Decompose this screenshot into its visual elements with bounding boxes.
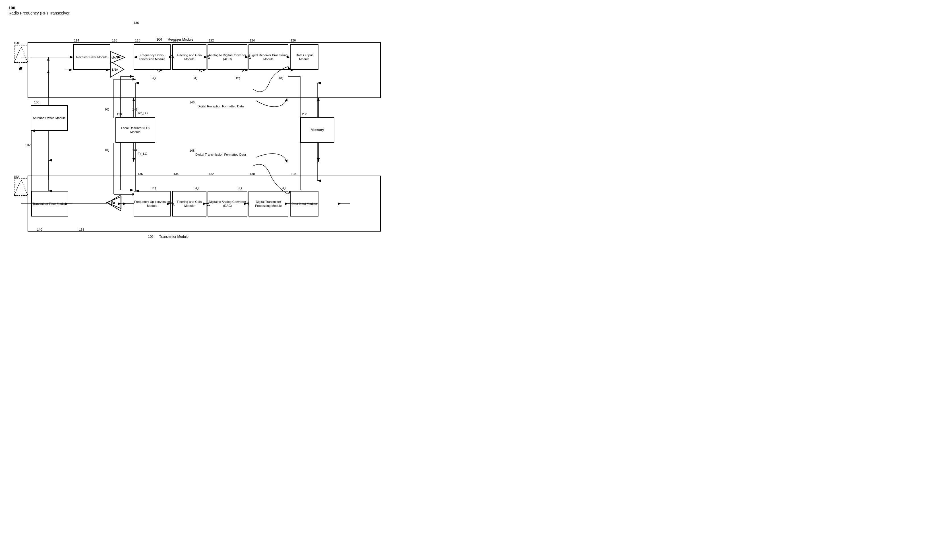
iq-label-7: I/Q bbox=[194, 186, 199, 190]
rx-lo-ref: 142 bbox=[132, 108, 137, 111]
digital-transmission-label: Digital Transmission Formatted Data bbox=[195, 153, 246, 156]
iq-lo-tx: I/Q bbox=[105, 148, 109, 152]
dac-ref: 132 bbox=[209, 172, 214, 175]
filtering-gain-rx-ref: 120 bbox=[173, 38, 178, 42]
freq-down-ref: 118 bbox=[135, 38, 140, 42]
receiver-filter-box: Receiver Filter Module bbox=[73, 44, 110, 70]
svg-text:LNA: LNA bbox=[112, 68, 118, 71]
antenna-rx-ref: 150 bbox=[14, 42, 19, 45]
iq-label-2: I/Q bbox=[193, 77, 197, 80]
iq-label-5: I/Q bbox=[282, 186, 286, 190]
freq-down-box: Frequency Down-conversion Module bbox=[134, 44, 171, 70]
iq-label-1: I/Q bbox=[151, 77, 156, 80]
svg-marker-41 bbox=[14, 46, 28, 63]
receiver-module-label: Receiver Module bbox=[168, 37, 193, 42]
memory-ref: 112 bbox=[301, 112, 307, 116]
adc-box: Analog to Digital Converter (ADC) bbox=[208, 44, 247, 70]
freq-up-box: Frequency Up-conversion Module bbox=[134, 191, 171, 217]
transmitter-module-label: Transmitter Module bbox=[159, 235, 188, 238]
adc-ref: 122 bbox=[209, 38, 214, 42]
freq-up-ref-label: 136 bbox=[137, 172, 143, 175]
memory-box: Memory bbox=[300, 117, 335, 143]
iq-lo-rx: I/Q bbox=[105, 108, 109, 111]
antenna-switch-box: Antenna Switch Module bbox=[31, 105, 68, 131]
transmitter-module-ref: 106 bbox=[148, 235, 154, 238]
receiver-filter-ref: 114 bbox=[74, 38, 79, 42]
filtering-gain-tx-ref: 134 bbox=[173, 172, 179, 175]
digital-transmitter-box: Digital Transmitter Processing Module bbox=[248, 191, 288, 217]
svg-text:PA: PA bbox=[111, 201, 116, 204]
lna-ref: 116 bbox=[112, 38, 117, 42]
filtering-gain-tx-box: Filtering and Gain Module bbox=[172, 191, 207, 217]
digital-reception-label: Digital Reception Formatted Data bbox=[195, 105, 246, 108]
svg-marker-46 bbox=[14, 180, 28, 195]
freq-up-ref: 136 bbox=[134, 21, 139, 25]
receiver-module-ref: 104 bbox=[156, 37, 162, 42]
filtering-gain-rx-box: Filtering and Gain Module bbox=[172, 44, 207, 70]
diagram: 102 104 Receiver Module 106 Transmitter … bbox=[9, 21, 390, 237]
page-title-ref: 100 bbox=[9, 6, 390, 10]
page-title: Radio Frequency (RF) Transceiver bbox=[9, 11, 390, 15]
lo-ref: 110 bbox=[117, 112, 122, 116]
iq-label-8: I/Q bbox=[152, 186, 156, 190]
lo-box: Local Oscillator (LO) Module bbox=[116, 117, 155, 143]
antenna-tx-ref: 152 bbox=[14, 175, 19, 178]
digital-reception-ref: 146 bbox=[190, 101, 194, 104]
transmitter-filter-ref: 140 bbox=[37, 228, 42, 231]
rx-lo-label: Rx_LO bbox=[138, 111, 148, 115]
data-input-ref: 128 bbox=[291, 172, 296, 175]
data-output-box: Data Output Module bbox=[290, 44, 318, 70]
digital-receiver-ref: 124 bbox=[250, 38, 255, 42]
transmitter-filter-box: Transmitter Filter Module bbox=[31, 191, 68, 217]
iq-label-4: I/Q bbox=[279, 77, 284, 80]
digital-transmission-ref: 148 bbox=[190, 149, 194, 152]
data-input-box: Data Input Module bbox=[290, 191, 318, 217]
digital-receiver-box: Digital Receiver Processing Module bbox=[248, 44, 288, 70]
antenna-switch-ref: 108 bbox=[34, 101, 39, 104]
main-ref: 102 bbox=[25, 143, 31, 147]
pa-ref: 138 bbox=[79, 228, 84, 231]
data-output-ref: 126 bbox=[291, 38, 296, 42]
tx-lo-label: Tx_LO bbox=[138, 152, 147, 155]
iq-label-6: I/Q bbox=[238, 186, 242, 190]
tx-lo-ref: 144 bbox=[132, 148, 137, 152]
iq-label-3: I/Q bbox=[236, 77, 240, 80]
digital-transmitter-ref: 130 bbox=[250, 172, 255, 175]
svg-text:LNA: LNA bbox=[111, 56, 118, 59]
dac-box: Digital to Analog Converter (DAC) bbox=[208, 191, 247, 217]
